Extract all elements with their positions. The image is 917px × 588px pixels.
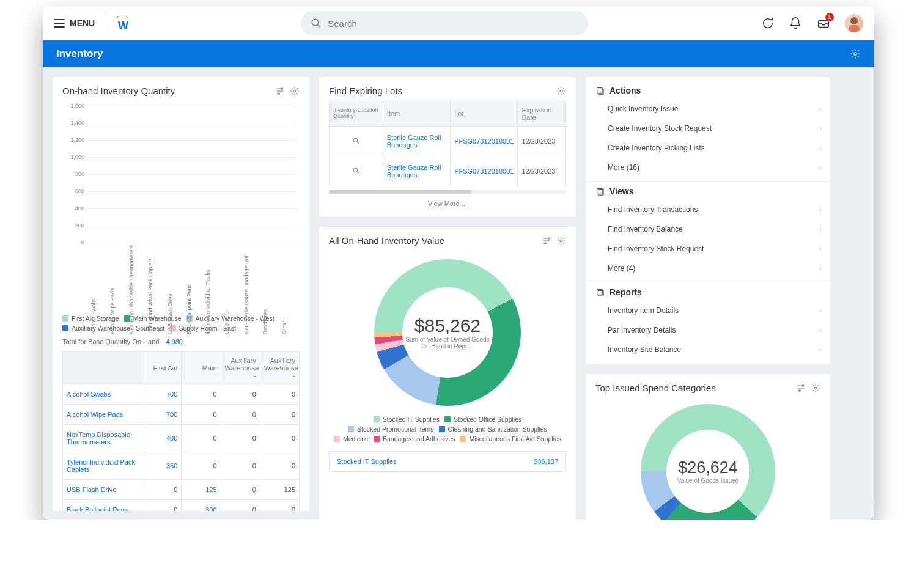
- card-find-lots: Find Expiring Lots Inventory Location Qu…: [319, 77, 576, 217]
- lot-item-link[interactable]: Sterile Gauze Roll Bandages: [387, 134, 441, 149]
- donut-chart-2: $26,624 Value of Goods Issued: [641, 404, 775, 520]
- side-link[interactable]: More (16)›: [586, 158, 830, 177]
- value-list: Stocked IT Supplies$36,107: [329, 451, 566, 472]
- svg-point-24: [802, 384, 804, 386]
- donut-chart: $85,262 Sum of Value of Owned Goods On H…: [374, 259, 521, 406]
- bell-icon[interactable]: [789, 17, 802, 30]
- topbar: MENU W Search 1: [43, 6, 874, 40]
- section-actions: Actions: [595, 86, 820, 95]
- svg-point-9: [293, 90, 296, 92]
- gear-icon[interactable]: [556, 86, 566, 96]
- card-title: Top Issued Spend Categories: [595, 383, 716, 393]
- side-link[interactable]: Find Inventory Transactions›: [586, 200, 830, 219]
- svg-point-4: [850, 17, 858, 24]
- table-item-link[interactable]: USB Flash Drive: [67, 486, 116, 493]
- donut-center-value: $85,262: [414, 315, 481, 336]
- page-title: Inventory: [56, 48, 103, 60]
- svg-line-14: [357, 171, 359, 173]
- side-link[interactable]: Create Inventory Picking Lists›: [586, 138, 830, 158]
- side-link[interactable]: Quick Inventory Issue›: [586, 99, 830, 119]
- section-views: Views: [595, 186, 820, 196]
- donut-center-sub: Sum of Value of Owned Goods On Hand in R…: [402, 336, 493, 350]
- svg-line-12: [357, 141, 359, 143]
- card-top-issued: Top Issued Spend Categories $26,624 Valu…: [586, 374, 830, 520]
- stacked-bar-chart: 02004006008001,0001,2001,4001,600 Alcoho…: [62, 101, 300, 260]
- chat-icon[interactable]: [760, 17, 774, 30]
- gear-icon[interactable]: [850, 48, 861, 59]
- magnify-icon[interactable]: [352, 137, 360, 145]
- svg-point-17: [560, 240, 562, 242]
- right-link-panel: Actions Quick Inventory Issue›Create Inv…: [586, 77, 830, 364]
- sliders-icon[interactable]: [275, 86, 285, 96]
- page-titlebar: Inventory: [43, 40, 874, 67]
- svg-point-6: [854, 53, 857, 56]
- magnify-icon[interactable]: [352, 167, 360, 175]
- lot-link[interactable]: PFSG07312018001: [454, 138, 514, 145]
- donut2-center-sub: Value of Goods Issued: [677, 477, 738, 484]
- lots-table: Inventory Location QuantityItemLotExpira…: [329, 101, 566, 186]
- qty-table: First AidMainAuxiliary Warehouse -Auxili…: [62, 351, 300, 511]
- svg-text:W: W: [118, 20, 128, 31]
- window-icon: [595, 86, 605, 95]
- card-title: On-hand Inventory Quantity: [62, 86, 175, 96]
- search-placeholder: Search: [328, 18, 357, 29]
- search-input[interactable]: Search: [301, 11, 588, 35]
- svg-point-15: [548, 237, 550, 239]
- sliders-icon[interactable]: [796, 383, 806, 393]
- view-more-link[interactable]: View More ...: [329, 195, 566, 207]
- total-line: Total for Base Quantity On Hand 4,980: [62, 338, 300, 345]
- inbox-icon[interactable]: 1: [817, 17, 830, 30]
- lot-item-link[interactable]: Sterile Gauze Roll Bandages: [387, 164, 441, 178]
- donut2-center-value: $26,624: [678, 458, 738, 477]
- menu-button[interactable]: MENU: [54, 18, 95, 28]
- hamburger-icon: [54, 19, 65, 28]
- svg-point-26: [814, 387, 817, 389]
- gear-icon[interactable]: [290, 86, 300, 96]
- svg-rect-5: [849, 25, 860, 32]
- card-title: All On-Hand Inventory Value: [329, 235, 444, 246]
- svg-rect-3: [819, 20, 829, 27]
- total-value-link[interactable]: 4,980: [166, 338, 183, 345]
- table-item-link[interactable]: Alcohol Swabs: [67, 391, 111, 398]
- table-item-link[interactable]: Black Ballpoint Pens: [67, 506, 128, 511]
- card-onhand-qty: On-hand Inventory Quantity 0200400600800…: [53, 77, 309, 511]
- window-icon: [595, 187, 605, 196]
- side-link[interactable]: Find Inventory Stock Request›: [586, 239, 830, 259]
- workday-logo-icon: W: [115, 16, 130, 31]
- table-item-link[interactable]: Alcohol Wipe Pads: [67, 411, 123, 418]
- inbox-badge: 1: [825, 13, 834, 21]
- svg-point-10: [560, 90, 562, 92]
- lot-link[interactable]: PFSG07312018001: [454, 167, 514, 175]
- svg-point-7: [281, 87, 283, 89]
- avatar[interactable]: [845, 14, 863, 32]
- window-icon: [595, 288, 605, 297]
- side-link[interactable]: Inventory Site Balance›: [586, 340, 830, 359]
- menu-label: MENU: [70, 18, 95, 28]
- section-reports: Reports: [595, 287, 820, 297]
- card-all-value: All On-Hand Inventory Value $85,262 Sum …: [319, 227, 576, 520]
- search-icon: [311, 18, 322, 29]
- side-link[interactable]: Inventory Item Details›: [586, 301, 830, 320]
- table-item-link[interactable]: Tylenol Individual Pack Caplets: [67, 458, 135, 473]
- gear-icon[interactable]: [556, 236, 566, 246]
- svg-line-2: [317, 24, 320, 27]
- divider: [106, 13, 106, 34]
- sliders-icon[interactable]: [542, 236, 551, 246]
- side-link[interactable]: More (4)›: [586, 259, 830, 278]
- horizontal-scrollbar[interactable]: [329, 190, 566, 194]
- table-item-link[interactable]: NexTemp Disposable Thermometers: [67, 431, 130, 446]
- side-link[interactable]: Find Inventory Balance›: [586, 219, 830, 239]
- side-link[interactable]: Create Inventory Stock Request›: [586, 119, 830, 138]
- svg-point-1: [312, 19, 319, 26]
- value-list-item[interactable]: Stocked IT Supplies: [337, 458, 397, 465]
- card-title: Find Expiring Lots: [329, 86, 402, 96]
- gear-icon[interactable]: [811, 383, 820, 393]
- side-link[interactable]: Par Inventory Details›: [586, 320, 830, 340]
